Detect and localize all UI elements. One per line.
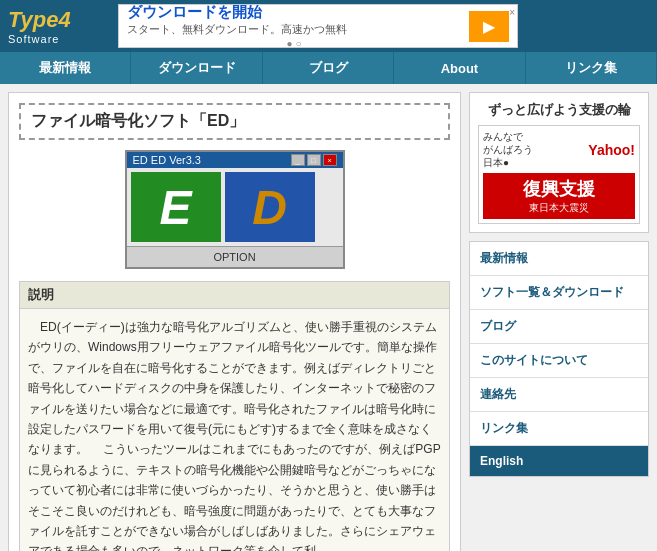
ed-body: E D [127, 168, 343, 246]
ed-option-bar[interactable]: OPTION [127, 246, 343, 267]
sidebar-nav-download[interactable]: ソフト一覧＆ダウンロード [470, 276, 648, 310]
sidebar-nav-about[interactable]: このサイトについて [470, 344, 648, 378]
ed-maximize-button[interactable]: □ [307, 154, 321, 166]
ganbare-text: みんなで がんばろう 日本● [483, 130, 533, 169]
header: Type 4 Software ダウンロードを開始 スタート、無料ダウンロード。… [0, 0, 657, 52]
site-logo: Type 4 Software [8, 4, 108, 48]
main-layout: ファイル暗号化ソフト「ED」 ED ED Ver3.3 _ □ × E D [0, 84, 657, 551]
sidebar-nav-links[interactable]: リンク集 [470, 412, 648, 446]
ad-banner: ダウンロードを開始 スタート、無料ダウンロード。高速かつ無料 ● ○ ▶ × [118, 4, 518, 48]
sidebar-nav-english[interactable]: English [470, 446, 648, 476]
yahoo-badge: みんなで がんばろう 日本● Yahoo! 復興支援 東日本大震災 [478, 125, 640, 224]
fukko-sub: 東日本大震災 [487, 201, 631, 215]
ed-close-button[interactable]: × [323, 154, 337, 166]
nav-item-links[interactable]: リンク集 [526, 52, 657, 84]
ad-title: ダウンロードを開始 [127, 4, 461, 22]
ad-subtitle: スタート、無料ダウンロード。高速かつ無料 [127, 22, 461, 37]
nav-item-news[interactable]: 最新情報 [0, 52, 131, 84]
nav-item-blog[interactable]: ブログ [263, 52, 394, 84]
ed-window-controls: _ □ × [291, 154, 337, 166]
support-box: ずっと広げよう支援の輪 みんなで がんばろう 日本● Yahoo! 復興支援 東… [469, 92, 649, 233]
right-sidebar: ずっと広げよう支援の輪 みんなで がんばろう 日本● Yahoo! 復興支援 東… [469, 92, 649, 551]
description-body: ED(イーディー)は強力な暗号化アルゴリズムと、使い勝手重視のシステムがウリの、… [20, 309, 449, 551]
sidebar-nav-contact[interactable]: 連絡先 [470, 378, 648, 412]
ed-software-window: ED ED Ver3.3 _ □ × E D OPTION [125, 150, 345, 269]
ed-e-panel: E [131, 172, 221, 242]
yahoo-top: みんなで がんばろう 日本● Yahoo! [483, 130, 635, 169]
left-content: ファイル暗号化ソフト「ED」 ED ED Ver3.3 _ □ × E D [8, 92, 461, 551]
fukko-box: 復興支援 東日本大震災 [483, 173, 635, 219]
support-title: ずっと広げよう支援の輪 [478, 101, 640, 119]
ed-window-title: ED ED Ver3.3 [133, 154, 201, 166]
ad-button[interactable]: ▶ [469, 11, 509, 42]
ed-d-panel: D [225, 172, 315, 242]
logo-software: Software [8, 33, 108, 45]
description-section: 説明 ED(イーディー)は強力な暗号化アルゴリズムと、使い勝手重視のシステムがウ… [19, 281, 450, 551]
ed-e-letter: E [159, 180, 191, 235]
main-nav: 最新情報 ダウンロード ブログ About リンク集 [0, 52, 657, 84]
page-title-box: ファイル暗号化ソフト「ED」 [19, 103, 450, 140]
nav-item-about[interactable]: About [394, 52, 525, 84]
description-title: 説明 [20, 282, 449, 309]
ed-titlebar: ED ED Ver3.3 _ □ × [127, 152, 343, 168]
ad-close-button[interactable]: × [509, 7, 515, 18]
page-title: ファイル暗号化ソフト「ED」 [31, 112, 245, 129]
ed-d-letter: D [252, 180, 287, 235]
sidebar-nav-news[interactable]: 最新情報 [470, 242, 648, 276]
sidebar-nav: 最新情報 ソフト一覧＆ダウンロード ブログ このサイトについて 連絡先 リンク集… [469, 241, 649, 477]
sidebar-nav-blog[interactable]: ブログ [470, 310, 648, 344]
logo-type: Type [8, 9, 59, 31]
logo-num: 4 [59, 7, 71, 33]
fukko-main: 復興支援 [487, 177, 631, 201]
nav-item-download[interactable]: ダウンロード [131, 52, 262, 84]
ed-minimize-button[interactable]: _ [291, 154, 305, 166]
ad-dots: ● ○ [127, 38, 461, 48]
yahoo-brand: Yahoo! [588, 142, 635, 158]
